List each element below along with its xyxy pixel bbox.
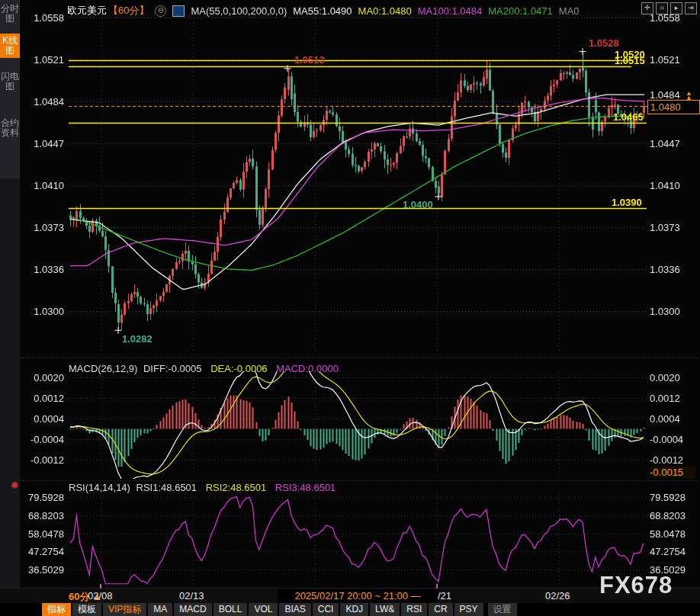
ma0-extra: MA0 bbox=[559, 5, 580, 17]
rsi-axis-right-tick: 47.2754 bbox=[650, 546, 695, 557]
macd-macd-readout: MACD:0.0000 bbox=[276, 363, 339, 374]
ma-settings: MA(55,0,100,200,0,0) bbox=[191, 5, 287, 17]
macd-axis-right-tick: -0.0004 bbox=[650, 434, 695, 445]
macd-axis-right-tick: -0.0012 bbox=[650, 454, 695, 466]
sidebar-item-2[interactable]: 闪电图 bbox=[0, 69, 20, 94]
toolbar-tab-VOL[interactable]: VOL bbox=[249, 603, 278, 616]
partial-date-label: /21 bbox=[438, 590, 451, 602]
rsi-axis-right-tick: 68.8203 bbox=[650, 510, 695, 521]
watermark: FX678 bbox=[599, 572, 673, 599]
rsi-header: RSI(14,14,14) RSI1:48.6501 RSI2:48.6501 … bbox=[69, 482, 342, 493]
level-label: 1.0390 bbox=[612, 197, 642, 208]
rsi1-readout: RSI1:48.6501 bbox=[136, 482, 197, 493]
date-label: 02/08 bbox=[88, 590, 113, 602]
main-axis-right-tick: 1.0336 bbox=[650, 264, 695, 275]
toolbar-tab-KDJ[interactable]: KDJ bbox=[340, 603, 368, 616]
extreme-price-label: 1.0528 bbox=[589, 37, 619, 49]
rsi-axis-right-tick: 58.0478 bbox=[650, 528, 695, 540]
rsi-axis-right-tick: 79.5928 bbox=[650, 492, 695, 503]
date-label: 02/26 bbox=[545, 590, 570, 602]
sidebar-item-3[interactable]: 合约资料 bbox=[0, 116, 20, 140]
toolbar-tab-BOLL[interactable]: BOLL bbox=[214, 603, 248, 616]
ma0-readout: MA0:1.0480 bbox=[358, 5, 412, 17]
macd-dea-readout: DEA:-0.0006 bbox=[210, 363, 267, 374]
toolbar-tab-MA[interactable]: MA bbox=[148, 603, 172, 616]
sidebar-item-0[interactable]: 分时图 bbox=[0, 2, 20, 26]
date-axis-row: 60分 ▲ 2025/02/17 20:00 ~ 21:00 — /21 02/… bbox=[0, 588, 700, 604]
date-label: 02/13 bbox=[179, 590, 204, 602]
rsi-axis-left-tick: 58.0478 bbox=[18, 528, 64, 540]
main-axis-left-tick: 1.0521 bbox=[18, 54, 64, 66]
chart-type-sidebar: 分时图K线图闪电图合约资料 bbox=[0, 0, 20, 616]
macd-axis-right-tick: 0.0004 bbox=[650, 413, 695, 425]
chart-header: 欧元美元 【60分】 ⊖ MA(55,0,100,200,0,0) MA55:1… bbox=[67, 4, 580, 18]
extreme-price-label: 1.0513 bbox=[294, 54, 325, 66]
chart-canvas[interactable] bbox=[0, 0, 700, 616]
mini-chart-icon[interactable] bbox=[172, 5, 185, 17]
rsi-title: RSI(14,14,14) bbox=[69, 482, 130, 493]
macd-axis-left-tick: 0.0004 bbox=[18, 413, 64, 425]
trading-app: 分时图K线图闪电图合约资料 欧元美元 【60分】 ⊖ MA(55,0,100,2… bbox=[0, 0, 700, 616]
indicator-toolbar: 指标模板VIP指标MAMACDBOLLVOLBIASCCIKDJLW&RSICR… bbox=[0, 603, 700, 616]
toolbar-tab-指标[interactable]: 指标 bbox=[42, 603, 71, 616]
snap-tool-icon[interactable]: ⇥ bbox=[685, 2, 697, 14]
macd-axis-left-tick: -0.0012 bbox=[18, 454, 64, 466]
sidebar-item-1[interactable]: K线图 bbox=[0, 34, 20, 58]
crosshair-tool-icon[interactable]: ✛ bbox=[641, 2, 653, 14]
main-axis-left-tick: 1.0410 bbox=[18, 180, 64, 191]
sidebar-group: 分时图K线图闪电图合约资料 bbox=[0, 0, 20, 178]
toolbar-tab-设置[interactable]: 设置 bbox=[488, 603, 517, 616]
rsi-axis-left-tick: 79.5928 bbox=[18, 492, 64, 503]
main-axis-left-tick: 1.0373 bbox=[18, 222, 64, 233]
toolbar-tab-RSI[interactable]: RSI bbox=[401, 603, 427, 616]
price-up-arrow-icon[interactable]: ▲▲ bbox=[686, 91, 692, 100]
macd-title: MACD(26,12,9) bbox=[69, 363, 137, 374]
main-axis-left-tick: 1.0300 bbox=[18, 306, 64, 317]
macd-axis-right-tick: 0.0012 bbox=[650, 393, 695, 404]
toolbar-tab-MACD[interactable]: MACD bbox=[174, 603, 211, 616]
indicator-settings-icon[interactable]: ✺ bbox=[11, 480, 19, 491]
macd-axis-left-tick: 0.0012 bbox=[18, 393, 64, 404]
crosshair-time-tooltip: 2025/02/17 20:00 ~ 21:00 — bbox=[278, 589, 438, 604]
main-axis-left-tick: 1.0447 bbox=[18, 138, 64, 149]
date-tick-mark bbox=[100, 584, 101, 589]
macd-axis-left-tick: 0.0020 bbox=[18, 372, 64, 383]
toolbar-tab-LW&[interactable]: LW& bbox=[370, 603, 400, 616]
toolbar-tab-PSY[interactable]: PSY bbox=[454, 603, 483, 616]
rsi3-readout: RSI3:48.6501 bbox=[275, 482, 336, 493]
toolbar-tab-CCI[interactable]: CCI bbox=[313, 603, 339, 616]
main-axis-right-tick: 1.0521 bbox=[650, 54, 695, 66]
toolbar-tab-BIAS[interactable]: BIAS bbox=[279, 603, 310, 616]
current-price-box: 1.0480 bbox=[647, 100, 700, 114]
macd-axis-right-tick: 0.0020 bbox=[650, 372, 695, 383]
timeframe-label: 【60分】 bbox=[108, 4, 149, 18]
scroll-tool-icon[interactable]: ▸ bbox=[670, 2, 682, 14]
macd-axis-left-tick: -0.0004 bbox=[18, 434, 64, 445]
main-axis-left-tick: 1.0558 bbox=[18, 12, 64, 24]
rsi-axis-left-tick: 68.8203 bbox=[18, 510, 64, 521]
main-axis-right-tick: 1.0300 bbox=[650, 306, 695, 317]
main-axis-left-tick: 1.0336 bbox=[18, 264, 64, 275]
rsi-axis-left-tick: 36.5029 bbox=[18, 564, 64, 576]
macd-axis-extra-tick: -0.0015 bbox=[650, 467, 695, 478]
toolbar-tab-CR[interactable]: CR bbox=[429, 603, 452, 616]
symbol-name: 欧元美元 bbox=[67, 4, 107, 18]
macd-header: MACD(26,12,9) DIFF:-0.0005 DEA:-0.0006 M… bbox=[69, 363, 345, 374]
toolbar-tab-模板[interactable]: 模板 bbox=[72, 603, 101, 616]
main-axis-right-tick: 1.0410 bbox=[650, 180, 695, 191]
extreme-price-label: 1.0282 bbox=[122, 333, 153, 345]
macd-diff-readout: DIFF:-0.0005 bbox=[143, 363, 202, 374]
rsi2-readout: RSI2:48.6501 bbox=[206, 482, 267, 493]
ma100-readout: MA100:1.0484 bbox=[418, 5, 483, 17]
main-axis-left-tick: 1.0484 bbox=[18, 96, 64, 107]
date-tick-mark bbox=[436, 584, 438, 589]
collapse-indicator-icon[interactable]: ⊖ bbox=[155, 5, 166, 17]
level-label: 1.0465 bbox=[613, 111, 644, 123]
toolbar-tab-VIP指标[interactable]: VIP指标 bbox=[103, 603, 146, 616]
grid-tool-icon[interactable]: ⌗ bbox=[656, 2, 668, 14]
main-axis-right-tick: 1.0373 bbox=[650, 222, 695, 233]
level-label: 1.0515 bbox=[615, 55, 645, 66]
ma55-readout: MA55:1.0490 bbox=[293, 5, 352, 17]
ma200-readout: MA200:1.0471 bbox=[488, 5, 553, 17]
extreme-price-label: 1.0400 bbox=[403, 199, 433, 210]
